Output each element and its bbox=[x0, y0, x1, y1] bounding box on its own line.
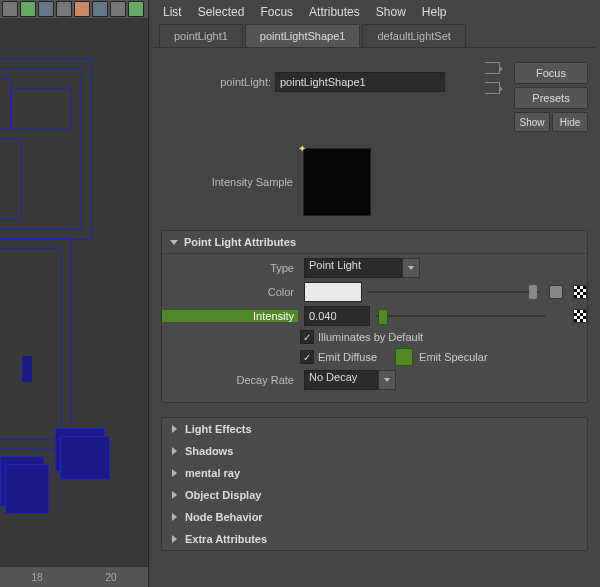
intensity-slider[interactable] bbox=[376, 307, 545, 325]
tool-icon[interactable] bbox=[74, 1, 90, 17]
tool-icon[interactable] bbox=[56, 1, 72, 17]
viewport-canvas[interactable] bbox=[0, 18, 148, 567]
collapse-icon bbox=[170, 240, 178, 245]
sparkle-icon: ✦ bbox=[298, 143, 306, 154]
section-node-behavior[interactable]: Node Behavior bbox=[162, 506, 587, 528]
section-title: Point Light Attributes bbox=[184, 236, 296, 248]
hide-button[interactable]: Hide bbox=[552, 112, 588, 132]
node-name-label: pointLight: bbox=[161, 76, 275, 88]
illuminates-checkbox[interactable]: ✓Illuminates by Default bbox=[300, 330, 423, 344]
emit-diffuse-checkbox[interactable]: ✓Emit Diffuse bbox=[300, 350, 377, 364]
io-in-icon[interactable] bbox=[485, 82, 500, 94]
color-slider[interactable] bbox=[368, 283, 539, 301]
color-swatch[interactable] bbox=[304, 282, 362, 302]
section-header[interactable]: Point Light Attributes bbox=[162, 231, 587, 254]
tab-defaultlightset[interactable]: defaultLightSet bbox=[362, 24, 465, 47]
chevron-down-icon bbox=[408, 266, 414, 270]
tab-pointlight1[interactable]: pointLight1 bbox=[159, 24, 243, 47]
decay-rate-label: Decay Rate bbox=[162, 374, 298, 386]
tab-pointlightshape1[interactable]: pointLightShape1 bbox=[245, 24, 361, 47]
io-out-icon[interactable] bbox=[485, 62, 500, 74]
show-button[interactable]: Show bbox=[514, 112, 550, 132]
menu-list[interactable]: List bbox=[163, 5, 182, 19]
section-shadows[interactable]: Shadows bbox=[162, 440, 587, 462]
viewport-toolbar bbox=[0, 0, 148, 19]
node-name-field[interactable] bbox=[275, 72, 445, 92]
decay-rate-value: No Decay bbox=[304, 370, 378, 390]
tool-icon[interactable] bbox=[92, 1, 108, 17]
tool-icon[interactable] bbox=[128, 1, 144, 17]
intensity-field[interactable] bbox=[304, 306, 370, 326]
menu-focus[interactable]: Focus bbox=[260, 5, 293, 19]
tool-icon[interactable] bbox=[2, 1, 18, 17]
ruler-tick: 18 bbox=[31, 572, 42, 583]
map-icon[interactable] bbox=[549, 285, 563, 299]
tabs: pointLight1 pointLightShape1 defaultLigh… bbox=[153, 24, 596, 48]
emit-specular-checkbox[interactable]: Emit Specular bbox=[395, 348, 487, 366]
tool-icon[interactable] bbox=[110, 1, 126, 17]
tool-icon[interactable] bbox=[38, 1, 54, 17]
timeline-ruler[interactable]: 18 20 bbox=[0, 566, 148, 587]
menu-attributes[interactable]: Attributes bbox=[309, 5, 360, 19]
menu-help[interactable]: Help bbox=[422, 5, 447, 19]
menu-selected[interactable]: Selected bbox=[198, 5, 245, 19]
intensity-sample-swatch[interactable]: ✦ bbox=[303, 148, 371, 216]
chevron-down-icon bbox=[384, 378, 390, 382]
color-label: Color bbox=[162, 286, 298, 298]
ruler-tick: 20 bbox=[105, 572, 116, 583]
section-light-effects[interactable]: Light Effects bbox=[162, 418, 587, 440]
menubar: List Selected Focus Attributes Show Help bbox=[153, 0, 596, 24]
checker-icon[interactable] bbox=[573, 309, 587, 323]
focus-button[interactable]: Focus bbox=[514, 62, 588, 84]
section-object-display[interactable]: Object Display bbox=[162, 484, 587, 506]
section-extra-attributes[interactable]: Extra Attributes bbox=[162, 528, 587, 550]
decay-rate-dropdown[interactable]: No Decay bbox=[304, 370, 396, 390]
type-dropdown[interactable]: Point Light bbox=[304, 258, 420, 278]
type-label: Type bbox=[162, 262, 298, 274]
attribute-editor: List Selected Focus Attributes Show Help… bbox=[149, 0, 600, 587]
tool-icon[interactable] bbox=[20, 1, 36, 17]
presets-button[interactable]: Presets bbox=[514, 87, 588, 109]
section-mental-ray[interactable]: mental ray bbox=[162, 462, 587, 484]
point-light-attributes-section: Point Light Attributes Type Point Light … bbox=[161, 230, 588, 403]
menu-show[interactable]: Show bbox=[376, 5, 406, 19]
intensity-sample-label: Intensity Sample bbox=[161, 176, 297, 188]
checker-icon[interactable] bbox=[573, 285, 587, 299]
type-value: Point Light bbox=[304, 258, 402, 278]
intensity-label: Intensity bbox=[162, 310, 298, 322]
viewport[interactable]: 18 20 bbox=[0, 0, 149, 587]
